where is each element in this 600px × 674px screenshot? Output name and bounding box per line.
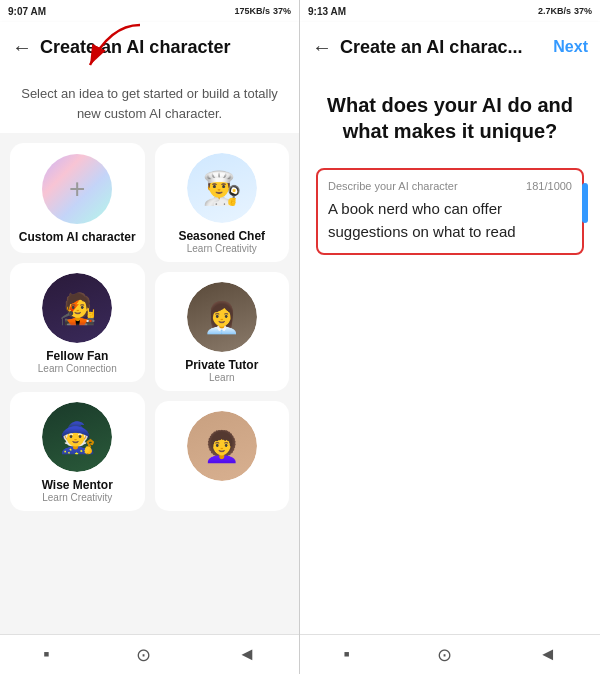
nav-back-left[interactable]: ◄: [238, 644, 256, 665]
right-column: 👨‍🍳 Seasoned Chef Learn Creativity 👩‍💼 P…: [155, 143, 290, 624]
nav-back-right[interactable]: ◄: [539, 644, 557, 665]
custom-avatar: +: [42, 154, 112, 224]
left-screen: 9:07 AM 175KB/s 37% ← Create an AI chara…: [0, 0, 300, 674]
card-fan[interactable]: 🧑‍🎤 Fellow Fan Learn Connection: [10, 263, 145, 382]
status-icons-right: 2.7KB/s 37%: [538, 6, 592, 16]
top-bar-right: ← Create an AI charac... Next: [300, 22, 600, 72]
card-sub-tutor: Learn: [209, 372, 235, 383]
avatar-tutor: 👩‍💼: [187, 282, 257, 352]
avatar-fan: 🧑‍🎤: [42, 273, 112, 343]
battery-right: 37%: [574, 6, 592, 16]
back-arrow-right[interactable]: ←: [312, 36, 332, 59]
top-bar-left: ← Create an AI character: [0, 22, 299, 72]
card-curly[interactable]: 👩‍🦱: [155, 401, 290, 511]
status-bar-left: 9:07 AM 175KB/s 37%: [0, 0, 299, 22]
character-grid: + Custom AI character 🧑‍🎤 Fellow Fan Lea…: [0, 133, 299, 634]
right-main-content: What does your AI do and what makes it u…: [300, 72, 600, 634]
card-mentor[interactable]: 🧙 Wise Mentor Learn Creativity: [10, 392, 145, 511]
avatar-chef: 👨‍🍳: [187, 153, 257, 223]
textarea-value[interactable]: A book nerd who can offer suggestions on…: [328, 198, 572, 243]
back-arrow-left[interactable]: ←: [12, 36, 32, 59]
time-left: 9:07 AM: [8, 6, 46, 17]
card-custom[interactable]: + Custom AI character: [10, 143, 145, 253]
card-tutor[interactable]: 👩‍💼 Private Tutor Learn: [155, 272, 290, 391]
page-title-right: Create an AI charac...: [340, 37, 545, 58]
time-right: 9:13 AM: [308, 6, 346, 17]
card-name-custom: Custom AI character: [19, 230, 136, 244]
nav-home-right[interactable]: ⊙: [437, 644, 452, 666]
nav-home-left[interactable]: ⊙: [136, 644, 151, 666]
nav-square-right[interactable]: ▪: [343, 644, 349, 665]
next-button[interactable]: Next: [553, 38, 588, 56]
nav-bar-right: ▪ ⊙ ◄: [300, 634, 600, 674]
avatar-mentor: 🧙: [42, 402, 112, 472]
status-icons-left: 175KB/s 37%: [234, 6, 291, 16]
right-screen: 9:13 AM 2.7KB/s 37% ← Create an AI chara…: [300, 0, 600, 674]
left-column: + Custom AI character 🧑‍🎤 Fellow Fan Lea…: [10, 143, 145, 624]
card-sub-mentor: Learn Creativity: [42, 492, 112, 503]
status-bar-right: 9:13 AM 2.7KB/s 37%: [300, 0, 600, 22]
nav-square-left[interactable]: ▪: [43, 644, 49, 665]
char-count: 181/1000: [526, 180, 572, 192]
subtitle-left: Select an idea to get started or build a…: [0, 72, 299, 133]
card-name-fan: Fellow Fan: [46, 349, 108, 363]
signal-right: 2.7KB/s: [538, 6, 571, 16]
card-sub-fan: Learn Connection: [38, 363, 117, 374]
scroll-handle[interactable]: [582, 183, 588, 223]
card-name-mentor: Wise Mentor: [42, 478, 113, 492]
card-name-chef: Seasoned Chef: [178, 229, 265, 243]
signal-left: 175KB/s: [234, 6, 270, 16]
card-sub-chef: Learn Creativity: [187, 243, 257, 254]
nav-bar-left: ▪ ⊙ ◄: [0, 634, 299, 674]
textarea-label-row: Describe your AI character 181/1000: [328, 180, 572, 192]
avatar-curly: 👩‍🦱: [187, 411, 257, 481]
main-question-title: What does your AI do and what makes it u…: [316, 92, 584, 144]
card-name-tutor: Private Tutor: [185, 358, 258, 372]
battery-left: 37%: [273, 6, 291, 16]
textarea-label: Describe your AI character: [328, 180, 458, 192]
describe-textarea-wrapper[interactable]: Describe your AI character 181/1000 A bo…: [316, 168, 584, 255]
page-title-left: Create an AI character: [40, 37, 287, 58]
card-chef[interactable]: 👨‍🍳 Seasoned Chef Learn Creativity: [155, 143, 290, 262]
